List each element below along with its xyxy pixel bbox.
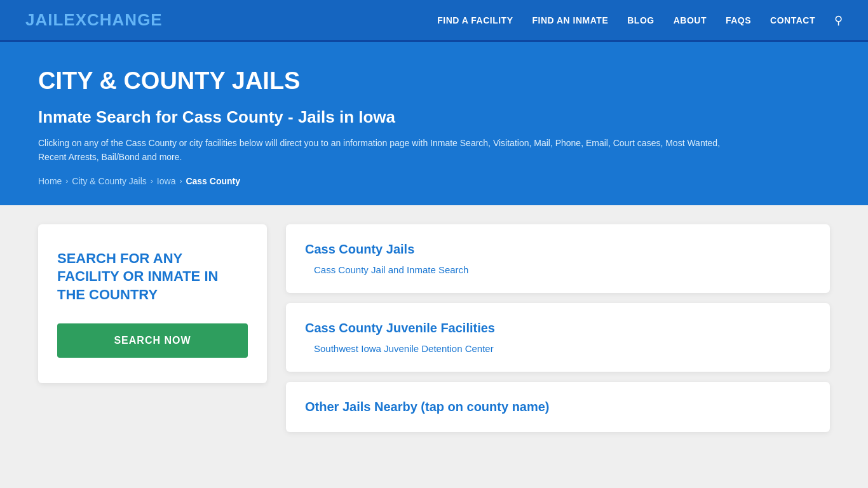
breadcrumb-cass-county: Cass County xyxy=(186,176,240,186)
search-now-button[interactable]: SEARCH NOW xyxy=(57,323,248,358)
card-link-jail-inmate-search[interactable]: Cass County Jail and Inmate Search xyxy=(305,264,811,275)
breadcrumb-iowa[interactable]: Iowa xyxy=(157,176,176,186)
nav-blog[interactable]: BLOG xyxy=(627,15,654,25)
hero-section: CITY & COUNTY JAILS Inmate Search for Ca… xyxy=(0,42,868,205)
nav-find-inmate[interactable]: FIND AN INMATE xyxy=(532,15,608,25)
card-title-jails: Cass County Jails xyxy=(305,242,811,257)
page-title: CITY & COUNTY JAILS xyxy=(38,67,830,95)
card-title-other: Other Jails Nearby (tap on county name) xyxy=(305,400,811,414)
logo-exchange: EXCHANGE xyxy=(64,10,162,29)
site-logo[interactable]: JAILEXCHANGE xyxy=(25,10,163,30)
breadcrumb-sep-1: › xyxy=(65,177,68,186)
logo-jail: JAIL xyxy=(25,10,64,29)
card-other-jails: Other Jails Nearby (tap on county name) xyxy=(286,382,830,432)
breadcrumb-sep-2: › xyxy=(151,177,153,186)
nav-about[interactable]: ABOUT xyxy=(674,15,707,25)
nav-contact[interactable]: CONTACT xyxy=(770,15,815,25)
hero-description: Clicking on any of the Cass County or ci… xyxy=(38,136,737,165)
search-icon[interactable]: ⚲ xyxy=(834,13,843,27)
right-panel: Cass County Jails Cass County Jail and I… xyxy=(286,224,830,488)
search-box-title: SEARCH FOR ANY FACILITY OR INMATE IN THE… xyxy=(57,250,248,304)
nav-faqs[interactable]: FAQs xyxy=(726,15,751,25)
left-panel: SEARCH FOR ANY FACILITY OR INMATE IN THE… xyxy=(38,224,267,488)
breadcrumb-sep-3: › xyxy=(179,177,182,186)
card-title-juvenile: Cass County Juvenile Facilities xyxy=(305,321,811,336)
breadcrumb: Home › City & County Jails › Iowa › Cass… xyxy=(38,176,830,186)
main-content: SEARCH FOR ANY FACILITY OR INMATE IN THE… xyxy=(0,205,868,488)
card-link-juvenile-detention[interactable]: Southwest Iowa Juvenile Detention Center xyxy=(305,343,811,354)
card-cass-county-jails: Cass County Jails Cass County Jail and I… xyxy=(286,224,830,293)
card-cass-county-juvenile: Cass County Juvenile Facilities Southwes… xyxy=(286,303,830,372)
page-subtitle: Inmate Search for Cass County - Jails in… xyxy=(38,107,830,127)
main-nav: FIND A FACILITY FIND AN INMATE BLOG ABOU… xyxy=(437,13,843,27)
nav-find-facility[interactable]: FIND A FACILITY xyxy=(437,15,513,25)
breadcrumb-city-county-jails[interactable]: City & County Jails xyxy=(72,176,146,186)
breadcrumb-home[interactable]: Home xyxy=(38,176,62,186)
site-header: JAILEXCHANGE FIND A FACILITY FIND AN INM… xyxy=(0,0,868,42)
search-box: SEARCH FOR ANY FACILITY OR INMATE IN THE… xyxy=(38,224,267,383)
